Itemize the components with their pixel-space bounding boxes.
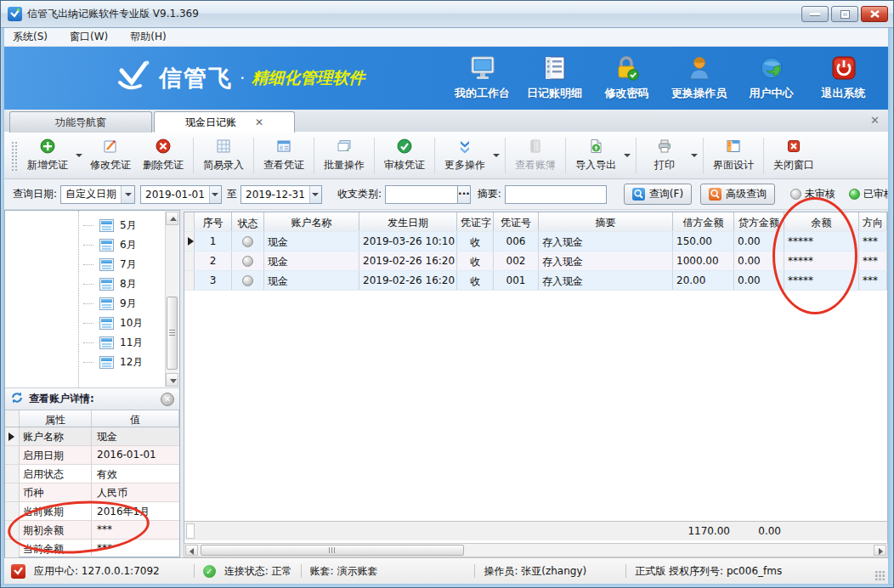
col-direction[interactable]: 方向 [859,212,887,231]
audited-legend-label: 已审核(已审 [863,187,888,201]
detail-row-current-balance[interactable]: 当前余额*** [5,540,179,558]
account-detail-table: 属性值 账户名称现金 启用日期2016-01-01 启用状态有效 币种人民币 当… [5,410,179,557]
scroll-right-icon[interactable] [874,545,886,556]
grid-row-1[interactable]: 1 现金 2019-03-26 10:10 收 006 存入现金 150.00 … [184,232,887,252]
category-picker-button[interactable]: ··· [458,185,471,204]
col-seq[interactable]: 序号 [195,212,232,231]
tree-item-month-5[interactable]: 5月 [83,216,137,235]
nav-label: 我的工作台 [455,86,510,101]
month-icon [99,278,114,291]
tree-item-month-7[interactable]: 7月 [83,255,137,274]
audited-legend-icon [849,189,860,200]
chevron-down-icon[interactable] [309,186,321,203]
col-date[interactable]: 发生日期 [359,212,457,231]
scroll-down-icon[interactable] [166,373,178,387]
grid-row-3[interactable]: 3 现金 2019-02-26 16:20 收 001 存入现金 20.00 0… [184,271,887,291]
scroll-up-icon[interactable] [166,212,178,225]
tab-function-nav[interactable]: 功能导航窗 [9,111,152,133]
col-credit[interactable]: 贷方金额 [734,212,784,231]
month-icon [99,297,114,310]
detail-row-status[interactable]: 启用状态有效 [5,465,179,483]
detail-row-start-date[interactable]: 启用日期2016-01-01 [5,446,179,465]
date-mode-select[interactable]: 自定义日期 [60,185,135,204]
search-button[interactable]: 查询(F) [624,184,692,205]
resize-grip[interactable] [874,570,886,581]
summary-input[interactable] [505,185,607,204]
category-input[interactable] [385,185,458,204]
close-button[interactable] [861,6,888,22]
refresh-icon[interactable] [10,391,24,407]
query-date-label: 查询日期: [13,187,57,201]
col-account[interactable]: 账户名称 [264,212,359,231]
col-summary[interactable]: 摘要 [539,212,673,231]
detail-row-period[interactable]: 当前账期2016年1月 [5,502,179,521]
nav-exit-system[interactable]: 退出系统 [807,47,880,110]
tree-item-month-10[interactable]: 10月 [83,314,143,332]
toolbar-close-window[interactable]: 关闭窗口 [767,133,820,178]
import-export-dropdown[interactable] [622,133,632,178]
tree-scroll-thumb[interactable] [167,297,178,370]
toolbar-view-ledger[interactable]: 查看账簿 [509,133,562,178]
tree-item-month-6[interactable]: 6月 [83,235,137,254]
tree-item-month-12[interactable]: 12月 [83,353,143,371]
toolbar-batch-operate[interactable]: 批量操作 [318,133,371,178]
toolbar-edit-voucher[interactable]: 修改凭证 [84,133,137,178]
detail-close-icon[interactable]: ✕ [161,393,174,406]
tab-close-icon[interactable]: ✕ [255,116,263,128]
col-balance[interactable]: 余额 [784,212,859,231]
grid-header-row: 序号 状态 账户名称 发生日期 凭证字 凭证号 摘要 借方金额 贷方金额 余额 … [184,212,887,232]
chevron-down-icon[interactable] [209,186,221,203]
scroll-left-icon[interactable] [185,545,198,556]
journal-list-icon [542,55,568,83]
toolbar-print[interactable]: 打印 [640,133,689,178]
detail-row-account-name[interactable]: 账户名称现金 [5,427,179,446]
edit-icon [103,139,118,156]
col-status[interactable]: 状态 [232,212,264,231]
toolbar-easy-entry[interactable]: 简易录入 [197,133,250,178]
toolbar-view-voucher[interactable]: 查看凭证 [257,133,310,178]
hscroll-thumb[interactable] [201,545,464,556]
tree-item-month-11[interactable]: 11月 [83,333,143,352]
col-debit[interactable]: 借方金额 [673,212,734,231]
print-dropdown[interactable] [689,133,699,178]
toolbar-delete-voucher[interactable]: 删除凭证 [137,133,190,178]
month-icon [99,239,114,252]
grid-horizontal-scrollbar[interactable] [184,543,888,557]
tree-item-month-8[interactable]: 8月 [83,274,137,293]
minimize-button[interactable] [801,6,829,22]
advanced-search-button[interactable]: 高级查询 [700,184,775,205]
menu-window[interactable]: 窗口(W) [70,30,108,44]
add-voucher-dropdown[interactable] [74,133,84,178]
toolbar-audit-voucher[interactable]: 审核凭证 [378,133,431,178]
brand-logo-icon [115,60,152,97]
detail-row-opening-balance[interactable]: 期初余额*** [5,521,179,540]
nav-my-workbench[interactable]: 我的工作台 [446,47,518,110]
statusbar-logo-icon [11,564,25,579]
nav-user-center[interactable]: 用户中心 [735,47,807,110]
toolbar-more-operations[interactable]: 更多操作 [439,133,491,178]
toolbar-ui-design[interactable]: 界面设计 [707,133,760,178]
nav-change-operator[interactable]: 更换操作员 [663,47,735,110]
tree-item-month-9[interactable]: 9月 [83,294,137,313]
toolbar-import-export[interactable]: 导入导出 [569,133,622,178]
panel-close-icon[interactable]: ✕ [870,114,880,127]
tree-scrollbar[interactable] [165,212,178,387]
nav-change-password[interactable]: 修改密码 [591,47,663,110]
more-operations-dropdown[interactable] [491,133,501,178]
restore-button[interactable] [831,6,858,22]
month-icon [99,317,114,330]
account-detail-header: 查看账户详情: ✕ [5,388,179,410]
col-voucher-no[interactable]: 凭证号 [494,212,539,231]
date-from-select[interactable]: 2019-01-01 [140,185,222,204]
chevron-down-icon[interactable] [121,186,134,203]
tab-cash-journal[interactable]: 现金日记账 ✕ [154,111,295,133]
menu-system[interactable]: 系统(S) [13,30,48,44]
col-voucher-word[interactable]: 凭证字 [457,212,494,231]
grid-row-2[interactable]: 2 现金 2019-02-26 16:20 收 002 存入现金 1000.00… [184,252,887,271]
date-to-select[interactable]: 2019-12-31 [240,185,322,204]
toolbar-add-voucher[interactable]: 新增凭证 [21,133,74,178]
detail-row-currency[interactable]: 币种人民币 [5,483,179,502]
menu-help[interactable]: 帮助(H) [130,30,166,44]
nav-journal-detail[interactable]: 日记账明细 [518,47,591,110]
toolbar-drag-grip[interactable] [11,141,18,172]
